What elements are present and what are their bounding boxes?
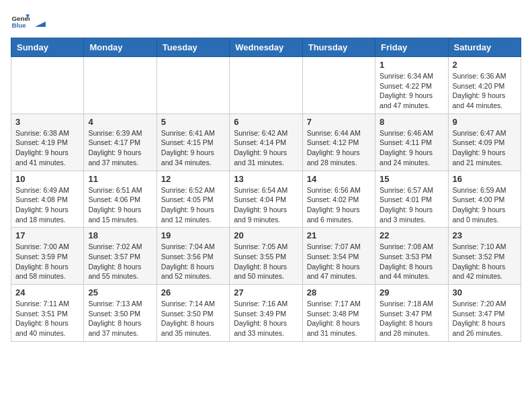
- calendar-header-sunday: Sunday: [11, 38, 84, 57]
- day-number: 2: [453, 60, 517, 70]
- calendar-cell: 2Sunrise: 6:36 AM Sunset: 4:20 PM Daylig…: [448, 57, 521, 114]
- day-number: 3: [15, 117, 79, 127]
- day-info: Sunrise: 6:42 AM Sunset: 4:14 PM Dayligh…: [234, 128, 298, 168]
- logo: General Blue: [11, 11, 47, 30]
- day-info: Sunrise: 6:52 AM Sunset: 4:05 PM Dayligh…: [161, 185, 225, 225]
- day-number: 17: [15, 230, 79, 240]
- calendar-cell: [157, 57, 229, 114]
- calendar-cell: 20Sunrise: 7:05 AM Sunset: 3:55 PM Dayli…: [230, 228, 302, 285]
- day-info: Sunrise: 6:44 AM Sunset: 4:12 PM Dayligh…: [307, 128, 371, 168]
- header: General Blue: [11, 11, 521, 30]
- day-info: Sunrise: 6:57 AM Sunset: 4:01 PM Dayligh…: [380, 185, 443, 225]
- day-number: 14: [307, 174, 371, 184]
- calendar-cell: 23Sunrise: 7:10 AM Sunset: 3:52 PM Dayli…: [448, 228, 521, 285]
- calendar-week-row: 17Sunrise: 7:00 AM Sunset: 3:59 PM Dayli…: [11, 228, 521, 285]
- calendar-cell: [302, 57, 375, 114]
- calendar-cell: 3Sunrise: 6:38 AM Sunset: 4:19 PM Daylig…: [11, 113, 84, 171]
- calendar-cell: 10Sunrise: 6:49 AM Sunset: 4:08 PM Dayli…: [11, 171, 84, 228]
- day-info: Sunrise: 6:46 AM Sunset: 4:11 PM Dayligh…: [380, 128, 443, 168]
- day-info: Sunrise: 7:02 AM Sunset: 3:57 PM Dayligh…: [88, 242, 152, 281]
- day-info: Sunrise: 6:54 AM Sunset: 4:04 PM Dayligh…: [234, 185, 298, 225]
- calendar-cell: 5Sunrise: 6:41 AM Sunset: 4:15 PM Daylig…: [157, 113, 229, 171]
- calendar-cell: 29Sunrise: 7:18 AM Sunset: 3:47 PM Dayli…: [375, 285, 448, 342]
- day-info: Sunrise: 6:47 AM Sunset: 4:09 PM Dayligh…: [453, 128, 517, 168]
- day-info: Sunrise: 7:04 AM Sunset: 3:56 PM Dayligh…: [161, 242, 225, 281]
- calendar-cell: 16Sunrise: 6:59 AM Sunset: 4:00 PM Dayli…: [448, 171, 521, 228]
- calendar-table: SundayMondayTuesdayWednesdayThursdayFrid…: [11, 38, 521, 342]
- svg-marker-3: [35, 21, 46, 27]
- day-number: 20: [234, 230, 298, 240]
- day-number: 13: [234, 174, 298, 184]
- day-info: Sunrise: 7:10 AM Sunset: 3:52 PM Dayligh…: [453, 242, 517, 281]
- calendar-cell: 4Sunrise: 6:39 AM Sunset: 4:17 PM Daylig…: [84, 113, 157, 171]
- svg-text:Blue: Blue: [11, 21, 26, 29]
- day-number: 29: [380, 287, 443, 298]
- calendar-header-thursday: Thursday: [302, 38, 375, 57]
- day-info: Sunrise: 6:38 AM Sunset: 4:19 PM Dayligh…: [15, 128, 79, 168]
- calendar-cell: 14Sunrise: 6:56 AM Sunset: 4:02 PM Dayli…: [302, 171, 375, 228]
- day-number: 8: [380, 117, 443, 127]
- day-info: Sunrise: 7:13 AM Sunset: 3:50 PM Dayligh…: [88, 299, 152, 338]
- day-info: Sunrise: 6:51 AM Sunset: 4:06 PM Dayligh…: [88, 185, 152, 225]
- calendar-header-saturday: Saturday: [448, 38, 521, 57]
- day-info: Sunrise: 6:39 AM Sunset: 4:17 PM Dayligh…: [88, 128, 152, 168]
- day-info: Sunrise: 7:20 AM Sunset: 3:47 PM Dayligh…: [453, 299, 517, 338]
- day-number: 26: [161, 287, 225, 298]
- calendar-cell: [84, 57, 157, 114]
- day-number: 23: [453, 230, 517, 240]
- day-number: 18: [88, 230, 152, 240]
- day-number: 6: [234, 117, 298, 127]
- calendar-cell: 28Sunrise: 7:17 AM Sunset: 3:48 PM Dayli…: [302, 285, 375, 342]
- calendar-cell: 13Sunrise: 6:54 AM Sunset: 4:04 PM Dayli…: [230, 171, 302, 228]
- day-info: Sunrise: 7:18 AM Sunset: 3:47 PM Dayligh…: [380, 299, 443, 338]
- day-number: 9: [453, 117, 517, 127]
- day-number: 19: [161, 230, 225, 240]
- calendar-cell: [230, 57, 302, 114]
- day-info: Sunrise: 6:49 AM Sunset: 4:08 PM Dayligh…: [15, 185, 79, 225]
- day-info: Sunrise: 7:11 AM Sunset: 3:51 PM Dayligh…: [15, 299, 79, 338]
- day-info: Sunrise: 6:34 AM Sunset: 4:22 PM Dayligh…: [380, 71, 443, 111]
- calendar-header-friday: Friday: [375, 38, 448, 57]
- day-info: Sunrise: 6:36 AM Sunset: 4:20 PM Dayligh…: [453, 71, 517, 111]
- calendar-cell: 24Sunrise: 7:11 AM Sunset: 3:51 PM Dayli…: [11, 285, 84, 342]
- calendar-week-row: 24Sunrise: 7:11 AM Sunset: 3:51 PM Dayli…: [11, 285, 521, 342]
- day-number: 11: [88, 174, 152, 184]
- calendar-cell: 26Sunrise: 7:14 AM Sunset: 3:50 PM Dayli…: [157, 285, 229, 342]
- day-info: Sunrise: 6:41 AM Sunset: 4:15 PM Dayligh…: [161, 128, 225, 168]
- day-number: 7: [307, 117, 371, 127]
- day-number: 24: [15, 287, 79, 298]
- day-number: 22: [380, 230, 443, 240]
- calendar-header-monday: Monday: [84, 38, 157, 57]
- calendar-cell: 21Sunrise: 7:07 AM Sunset: 3:54 PM Dayli…: [302, 228, 375, 285]
- day-number: 27: [234, 287, 298, 298]
- day-info: Sunrise: 7:07 AM Sunset: 3:54 PM Dayligh…: [307, 242, 371, 281]
- day-info: Sunrise: 7:16 AM Sunset: 3:49 PM Dayligh…: [234, 299, 298, 338]
- day-info: Sunrise: 7:00 AM Sunset: 3:59 PM Dayligh…: [15, 242, 79, 281]
- day-info: Sunrise: 6:56 AM Sunset: 4:02 PM Dayligh…: [307, 185, 371, 225]
- calendar-cell: 6Sunrise: 6:42 AM Sunset: 4:14 PM Daylig…: [230, 113, 302, 171]
- calendar-cell: [11, 57, 84, 114]
- day-info: Sunrise: 7:08 AM Sunset: 3:53 PM Dayligh…: [380, 242, 443, 281]
- day-number: 12: [161, 174, 225, 184]
- day-info: Sunrise: 7:05 AM Sunset: 3:55 PM Dayligh…: [234, 242, 298, 281]
- calendar-cell: 18Sunrise: 7:02 AM Sunset: 3:57 PM Dayli…: [84, 228, 157, 285]
- calendar-cell: 12Sunrise: 6:52 AM Sunset: 4:05 PM Dayli…: [157, 171, 229, 228]
- day-info: Sunrise: 7:14 AM Sunset: 3:50 PM Dayligh…: [161, 299, 225, 338]
- logo-icon: General Blue: [11, 11, 30, 30]
- logo-triangle-icon: [34, 15, 47, 28]
- calendar-week-row: 10Sunrise: 6:49 AM Sunset: 4:08 PM Dayli…: [11, 171, 521, 228]
- calendar-week-row: 3Sunrise: 6:38 AM Sunset: 4:19 PM Daylig…: [11, 113, 521, 171]
- calendar-cell: 25Sunrise: 7:13 AM Sunset: 3:50 PM Dayli…: [84, 285, 157, 342]
- calendar-cell: 17Sunrise: 7:00 AM Sunset: 3:59 PM Dayli…: [11, 228, 84, 285]
- day-info: Sunrise: 7:17 AM Sunset: 3:48 PM Dayligh…: [307, 299, 371, 338]
- calendar-cell: 8Sunrise: 6:46 AM Sunset: 4:11 PM Daylig…: [375, 113, 448, 171]
- day-number: 25: [88, 287, 152, 298]
- day-info: Sunrise: 6:59 AM Sunset: 4:00 PM Dayligh…: [453, 185, 517, 225]
- day-number: 10: [15, 174, 79, 184]
- day-number: 5: [161, 117, 225, 127]
- calendar-cell: 7Sunrise: 6:44 AM Sunset: 4:12 PM Daylig…: [302, 113, 375, 171]
- calendar-header-tuesday: Tuesday: [157, 38, 229, 57]
- calendar-cell: 30Sunrise: 7:20 AM Sunset: 3:47 PM Dayli…: [448, 285, 521, 342]
- day-number: 30: [453, 287, 517, 298]
- day-number: 4: [88, 117, 152, 127]
